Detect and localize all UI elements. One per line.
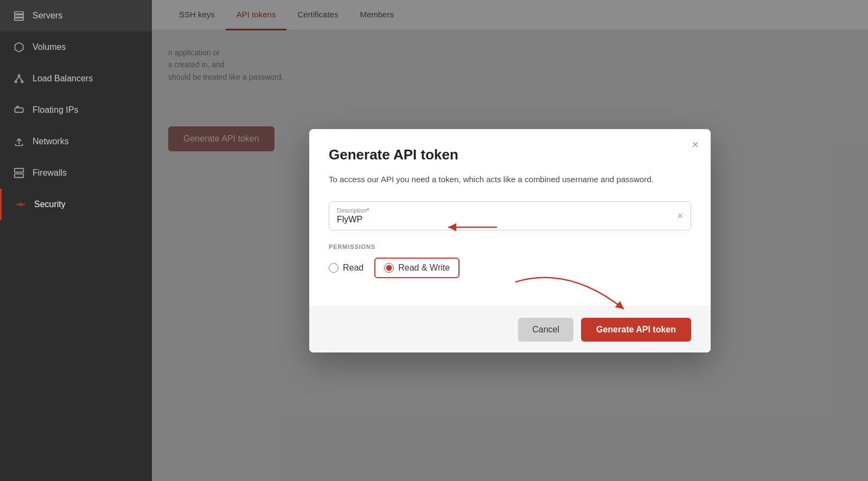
sidebar: Servers Volumes Load Balancers	[0, 0, 152, 481]
modal-title: Generate API token	[329, 146, 691, 163]
sidebar-item-load-balancers[interactable]: Load Balancers	[0, 63, 152, 94]
generate-button[interactable]: Generate API token	[581, 318, 691, 342]
svg-line-7	[19, 76, 22, 81]
description-input[interactable]	[337, 215, 667, 225]
main-content: SSH keys API tokens Certificates Members…	[152, 0, 868, 481]
modal-body: Description* ×	[309, 201, 711, 306]
svg-rect-10	[15, 169, 24, 172]
sidebar-item-networks[interactable]: Networks	[0, 126, 152, 157]
permissions-form-group: PERMISSIONS Read Read & Write	[329, 243, 691, 278]
modal-close-button[interactable]: ×	[692, 139, 699, 151]
sidebar-item-firewalls-label: Firewalls	[33, 168, 67, 178]
modal-description: To access our API you need a token, whic…	[329, 173, 691, 186]
sidebar-item-security[interactable]: Security	[0, 189, 152, 220]
sidebar-item-volumes[interactable]: Volumes	[0, 31, 152, 63]
radio-read-label: Read	[343, 263, 363, 273]
radio-read-write-label: Read & Write	[398, 263, 450, 273]
description-form-group: Description* ×	[329, 201, 691, 230]
cancel-button[interactable]: Cancel	[518, 318, 573, 342]
floating-ips-icon	[13, 104, 25, 116]
sidebar-item-load-balancers-label: Load Balancers	[33, 74, 93, 84]
svg-line-6	[16, 76, 19, 81]
svg-rect-1	[15, 15, 24, 17]
sidebar-item-servers-label: Servers	[33, 11, 62, 21]
svg-point-4	[15, 81, 17, 82]
modal-footer: Cancel Generate API token	[309, 306, 711, 352]
networks-icon	[13, 136, 25, 147]
radio-read-write-input[interactable]	[384, 263, 394, 273]
sidebar-item-servers[interactable]: Servers	[0, 0, 152, 31]
sidebar-item-floating-ips[interactable]: Floating IPs	[0, 94, 152, 126]
sidebar-item-security-label: Security	[34, 200, 66, 209]
sidebar-item-floating-ips-label: Floating IPs	[33, 105, 78, 115]
sidebar-item-firewalls[interactable]: Firewalls	[0, 157, 152, 189]
radio-group: Read Read & Write	[329, 258, 691, 278]
svg-rect-0	[15, 12, 24, 14]
radio-read-input[interactable]	[329, 263, 339, 273]
description-label: Description*	[337, 207, 667, 214]
svg-point-3	[18, 75, 20, 76]
svg-rect-11	[15, 174, 24, 178]
volumes-icon	[13, 41, 25, 53]
permissions-label: PERMISSIONS	[329, 243, 691, 250]
modal-header: Generate API token To access our API you…	[309, 129, 711, 186]
firewalls-icon	[13, 167, 25, 179]
svg-point-5	[21, 81, 23, 82]
svg-rect-2	[15, 18, 24, 20]
sidebar-item-volumes-label: Volumes	[33, 42, 66, 52]
security-icon	[15, 198, 27, 210]
description-clear-button[interactable]: ×	[677, 210, 683, 221]
load-balancers-icon	[13, 73, 25, 85]
modal-dialog: × Generate API token To access our API y…	[309, 129, 711, 352]
modal-overlay[interactable]: × Generate API token To access our API y…	[152, 0, 868, 481]
servers-icon	[13, 10, 25, 22]
svg-rect-8	[15, 108, 23, 112]
description-input-wrapper: Description* ×	[329, 201, 691, 230]
radio-read-write[interactable]: Read & Write	[374, 258, 459, 278]
sidebar-item-networks-label: Networks	[33, 137, 69, 146]
svg-point-16	[20, 203, 22, 206]
radio-read[interactable]: Read	[329, 263, 363, 273]
